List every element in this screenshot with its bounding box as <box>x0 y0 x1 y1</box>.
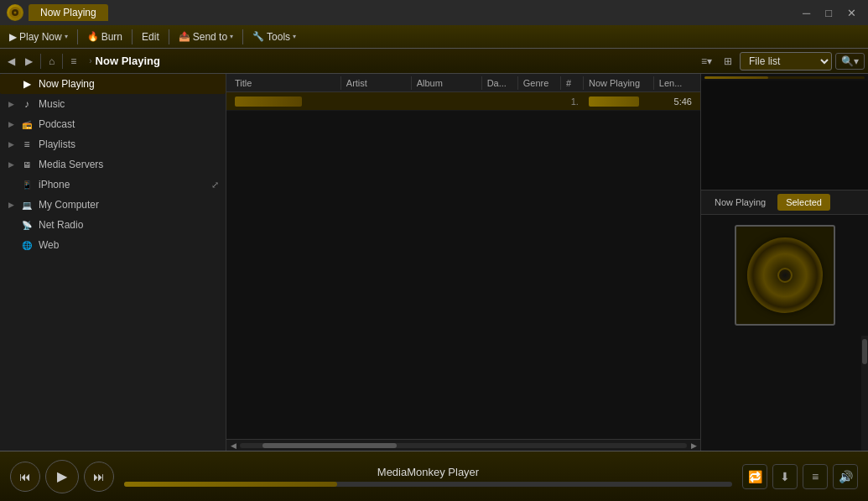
col-header-length[interactable]: Len... <box>654 76 697 90</box>
album-art <box>735 225 835 326</box>
v-scrollbar[interactable] <box>861 336 868 451</box>
sidebar-label-media-servers: Media Servers <box>39 159 219 170</box>
volume-button[interactable]: 🔊 <box>833 464 858 489</box>
breadcrumb-arrow: › <box>89 56 91 65</box>
track-artist-cell <box>341 100 412 103</box>
net-radio-icon: 📡 <box>20 218 34 232</box>
tab-selected[interactable]: Selected <box>777 194 830 211</box>
sidebar-item-my-computer[interactable]: ▶ 💻 My Computer <box>0 195 226 215</box>
menu-edit[interactable]: Edit <box>136 29 165 45</box>
my-computer-icon: 💻 <box>20 198 34 211</box>
expand-podcast: ▶ <box>7 120 15 128</box>
sidebar-label-playlists: Playlists <box>39 138 219 150</box>
title-bar-left: Now Playing <box>7 4 108 21</box>
player-progress-fill <box>124 482 337 487</box>
expand-net-radio <box>7 221 15 229</box>
sidebar-item-iphone[interactable]: 📱 iPhone ⤢ <box>0 175 226 195</box>
album-disc-center <box>777 268 793 283</box>
sidebar-item-web[interactable]: 🌐 Web <box>0 235 226 255</box>
menu-tools-label: Tools <box>267 31 290 43</box>
sidebar-item-net-radio[interactable]: 📡 Net Radio <box>0 215 226 235</box>
nav-home-button[interactable]: ⌂ <box>44 53 59 70</box>
svg-point-2 <box>14 12 17 14</box>
sendto-arrow: ▾ <box>230 33 233 40</box>
col-header-title[interactable]: Title <box>230 76 341 90</box>
now-playing-tab[interactable]: Now Playing <box>29 4 108 21</box>
nav-forward-button[interactable]: ▶ <box>21 53 37 70</box>
sidebar-label-now-playing: Now Playing <box>39 78 219 90</box>
track-num-cell: 1. <box>561 95 584 108</box>
menu-bar: ▶ Play Now ▾ 🔥 Burn Edit 📤 Send to ▾ 🔧 T… <box>0 25 868 49</box>
iphone-icon: 📱 <box>20 178 34 191</box>
sidebar-item-podcast[interactable]: ▶ 📻 Podcast <box>0 114 226 134</box>
prev-button[interactable]: ⏮ <box>10 462 40 492</box>
expand-web <box>7 241 15 249</box>
sidebar-item-now-playing[interactable]: ▶ Now Playing <box>0 74 226 94</box>
burn-icon: 🔥 <box>87 31 99 42</box>
col-header-nowplaying[interactable]: Now Playing <box>584 76 654 90</box>
col-header-date[interactable]: Da... <box>482 76 518 90</box>
file-list-dropdown[interactable]: File list <box>740 52 832 70</box>
search-button[interactable]: 🔍▾ <box>835 53 865 70</box>
maximize-button[interactable]: □ <box>820 5 837 21</box>
repeat-button[interactable]: 🔁 <box>742 464 767 489</box>
right-panel-top <box>701 74 868 190</box>
album-art-area <box>701 215 868 336</box>
sidebar-item-media-servers[interactable]: ▶ 🖥 Media Servers <box>0 154 226 175</box>
h-scroll-track[interactable] <box>240 443 687 448</box>
play-arrow: ▾ <box>65 33 68 40</box>
menu-burn[interactable]: 🔥 Burn <box>81 29 128 45</box>
expand-playlists: ▶ <box>7 140 15 149</box>
scroll-left-button[interactable]: ◀ <box>228 441 238 451</box>
window-controls: ─ □ ✕ <box>798 5 861 21</box>
minimize-button[interactable]: ─ <box>798 5 815 21</box>
menu-sendto[interactable]: 📤 Send to ▾ <box>173 29 239 45</box>
player-controls: ⏮ ▶ ⏭ <box>10 460 114 493</box>
h-scrollbar[interactable]: ◀ ▶ <box>226 439 700 451</box>
col-header-artist[interactable]: Artist <box>341 76 412 90</box>
tab-now-playing[interactable]: Now Playing <box>706 194 774 211</box>
main-area: ▶ Now Playing ▶ ♪ Music ▶ 📻 Podcast ▶ ≡ … <box>0 74 868 451</box>
music-icon: ♪ <box>20 97 34 111</box>
track-nowplaying-bar <box>589 97 639 107</box>
right-panel-bottom <box>701 336 868 451</box>
table-row[interactable]: 1. 5:46 <box>226 92 700 111</box>
nav-back-button[interactable]: ◀ <box>3 53 19 70</box>
menu-burn-label: Burn <box>101 31 122 43</box>
h-scroll-thumb <box>262 443 397 448</box>
now-playing-icon: ▶ <box>20 77 34 91</box>
track-title-bar <box>235 97 302 107</box>
sidebar-label-my-computer: My Computer <box>39 199 219 211</box>
menu-play[interactable]: ▶ Play Now ▾ <box>3 29 74 45</box>
right-mini-progress <box>701 74 868 81</box>
scroll-right-button[interactable]: ▶ <box>689 441 699 451</box>
track-list-panel: Title Artist Album Da... Genre # Now Pla… <box>226 74 700 451</box>
col-header-album[interactable]: Album <box>412 76 482 90</box>
col-header-genre[interactable]: Genre <box>518 76 561 90</box>
sidebar-item-playlists[interactable]: ▶ ≡ Playlists <box>0 134 226 154</box>
play-button[interactable]: ▶ <box>45 460 79 493</box>
expand-media-servers: ▶ <box>7 160 15 169</box>
track-nowplaying-cell <box>584 95 654 108</box>
close-button[interactable]: ✕ <box>842 5 861 21</box>
track-list-header: Title Artist Album Da... Genre # Now Pla… <box>226 74 700 92</box>
right-progress-track <box>704 76 865 79</box>
col-header-num[interactable]: # <box>561 76 584 90</box>
track-album-cell <box>412 100 482 103</box>
nav-playlist-button[interactable]: ≡ <box>66 53 81 70</box>
player-progress-bar[interactable] <box>124 482 732 487</box>
player-bar: ⏮ ▶ ⏭ MediaMonkey Player 🔁 ⬇ ≡ 🔊 <box>0 451 868 501</box>
playlist-button[interactable]: ≡ <box>803 464 828 489</box>
view-list-button[interactable]: ≡▾ <box>697 53 716 70</box>
right-progress-fill <box>704 76 768 79</box>
content-area: Title Artist Album Da... Genre # Now Pla… <box>226 74 868 451</box>
download-button[interactable]: ⬇ <box>772 464 798 489</box>
v-scroll-thumb <box>862 339 867 364</box>
tools-arrow: ▾ <box>293 33 296 40</box>
next-button[interactable]: ⏭ <box>84 462 114 492</box>
sidebar-item-music[interactable]: ▶ ♪ Music <box>0 94 226 114</box>
menu-sep-3 <box>169 29 169 44</box>
iphone-expand-right[interactable]: ⤢ <box>211 180 219 190</box>
view-grid-button[interactable]: ⊞ <box>720 53 736 70</box>
menu-tools[interactable]: 🔧 Tools ▾ <box>247 29 302 45</box>
